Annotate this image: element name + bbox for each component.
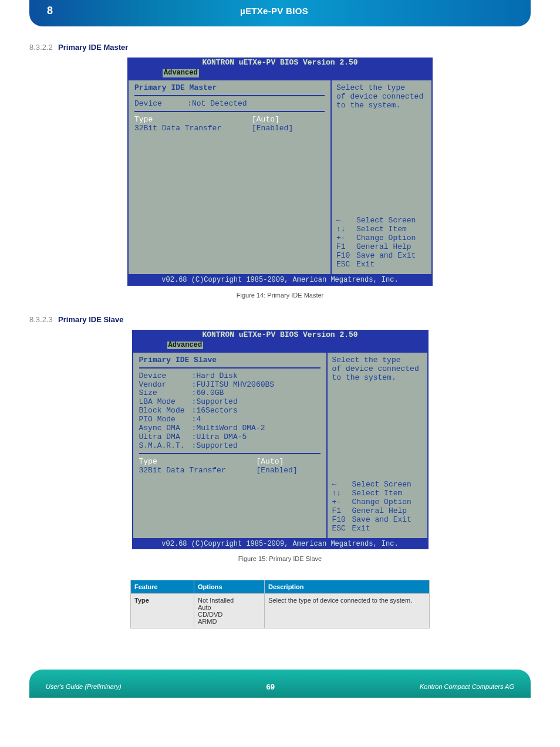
bios-info-val: 60.0GB <box>197 389 321 398</box>
bios-key: ↑↓ <box>336 225 356 234</box>
description-cell: Select the type of device connected to t… <box>265 594 430 628</box>
table-header: Description <box>265 580 430 594</box>
bios-option-label: Type <box>139 458 257 467</box>
bios-key-row: F10Save and Exit <box>332 516 424 525</box>
bios-option-type[interactable]: Type [Auto] <box>134 116 325 124</box>
table-header: Feature <box>131 580 194 594</box>
bios-info-row: Ultra DMA:Ultra DMA-5 <box>139 433 321 442</box>
bios-info-key: PIO Mode <box>139 415 192 424</box>
bios-info-row: Device:Hard Disk <box>139 372 321 381</box>
section-heading-master: 8.3.2.2 Primary IDE Master <box>29 43 531 52</box>
bios-key: ← <box>336 217 356 225</box>
bios-option-32bit[interactable]: 32Bit Data Transfer [Enabled] <box>134 124 325 133</box>
bios-info-val: 16Sectors <box>197 407 321 415</box>
bios-info-key: Size <box>139 389 192 398</box>
bios-info-row: PIO Mode:4 <box>139 415 321 424</box>
bios-info-row: Async DMA:MultiWord DMA-2 <box>139 424 321 433</box>
bios-info-val: 4 <box>197 415 321 424</box>
chapter-number: 8 <box>47 5 53 17</box>
chapter-title: µETXe-PV BIOS <box>53 6 495 16</box>
bios-title: KONTRON uETXe-PV BIOS Version 2.50 <box>127 58 433 69</box>
table-header: Options <box>194 580 265 594</box>
bios-key-legend: ←Select Screen↑↓Select Item+-Change Opti… <box>336 217 428 269</box>
bios-key-desc: Save and Exit <box>352 516 411 525</box>
bios-tab-row: Advanced <box>127 69 433 79</box>
bios-right-pane: Select the type of device connected to t… <box>332 80 431 274</box>
bios-key-row: F1General Help <box>336 243 428 252</box>
bios-info-val: MultiWord DMA-2 <box>197 424 321 433</box>
bios-option-label: 32Bit Data Transfer <box>139 467 257 475</box>
bios-info-list: Device:Hard DiskVendor:FUJITSU MHV2060BS… <box>139 372 321 451</box>
bios-info-val: Supported <box>197 398 321 407</box>
bios-info-row: Size:60.0GB <box>139 389 321 398</box>
bios-info-val: Hard Disk <box>197 372 321 381</box>
bios-key-desc: Exit <box>356 261 375 269</box>
bios-info-row: Device : Not Detected <box>134 100 325 109</box>
section-number: 8.3.2.2 <box>29 43 53 52</box>
bios-option-type[interactable]: Type [Auto] <box>139 458 321 467</box>
bios-key-desc: Change Option <box>352 498 411 507</box>
bios-key: F1 <box>336 243 356 252</box>
chapter-banner: 8 µETXe-PV BIOS <box>29 0 531 26</box>
bios-option-value: [Auto] <box>257 458 321 467</box>
bios-key: ↑↓ <box>332 489 352 498</box>
bios-info-key: Ultra DMA <box>139 433 192 442</box>
bios-info-row: Vendor:FUJITSU MHV2060BS <box>139 381 321 390</box>
table-row: TypeNot InstalledAutoCD/DVDARMDSelect th… <box>131 594 430 628</box>
figure-caption: Figure 15: Primary IDE Slave <box>29 555 531 562</box>
bios-key: F1 <box>332 507 352 516</box>
bios-info-key: Vendor <box>139 381 192 390</box>
bios-copyright: v02.68 (C)Copyright 1985-2009, American … <box>127 275 433 286</box>
feature-table: FeatureOptionsDescription TypeNot Instal… <box>130 580 430 628</box>
bios-key-row: ↑↓Select Item <box>332 489 424 498</box>
bios-tab-advanced[interactable]: Advanced <box>167 342 204 350</box>
bios-key-desc: General Help <box>356 243 411 252</box>
bios-right-pane: Select the type of device connected to t… <box>328 353 427 538</box>
bios-key-row: ←Select Screen <box>336 217 428 225</box>
bios-key: ESC <box>332 525 352 533</box>
bios-key-desc: Exit <box>352 525 370 533</box>
bios-option-label: 32Bit Data Transfer <box>134 124 252 133</box>
bios-key: F10 <box>336 252 356 261</box>
bios-key-row: ESCExit <box>336 261 428 269</box>
section-text: Primary IDE Master <box>58 43 128 52</box>
bios-key: +- <box>332 498 352 507</box>
bios-info-key: Device <box>134 100 187 109</box>
bios-help-text: Select the type of device connected to t… <box>336 84 428 110</box>
bios-option-32bit[interactable]: 32Bit Data Transfer [Enabled] <box>139 467 321 475</box>
bios-info-row: Block Mode:16Sectors <box>139 407 321 415</box>
bios-info-row: S.M.A.R.T.:Supported <box>139 442 321 451</box>
bios-key-desc: Select Screen <box>352 481 411 489</box>
bios-tab-advanced[interactable]: Advanced <box>163 69 199 77</box>
footer-left: User's Guide (Preliminary) <box>46 683 122 690</box>
footer-page: 69 <box>122 682 420 691</box>
bios-option-value: [Auto] <box>252 116 325 124</box>
bios-info-key: Block Mode <box>139 407 192 415</box>
bios-section-title: Primary IDE Master <box>134 84 325 93</box>
bios-left-pane: Primary IDE Slave Device:Hard DiskVendor… <box>133 353 328 538</box>
bios-option-value: [Enabled] <box>257 467 321 475</box>
bios-info-key: Device <box>139 372 192 381</box>
section-number: 8.3.2.3 <box>29 315 53 324</box>
bios-key-row: +-Change Option <box>336 234 428 243</box>
footer-right: Kontron Compact Computers AG <box>420 683 514 690</box>
section-text: Primary IDE Slave <box>58 315 123 324</box>
feature-cell: Type <box>131 594 194 628</box>
bios-screenshot-slave: KONTRON uETXe-PV BIOS Version 2.50 Advan… <box>132 330 429 550</box>
options-cell: Not InstalledAutoCD/DVDARMD <box>194 594 265 628</box>
bios-info-val: Not Detected <box>192 100 325 109</box>
bios-key-row: ←Select Screen <box>332 481 424 489</box>
bios-key-row: F1General Help <box>332 507 424 516</box>
bios-info-val: Supported <box>197 442 321 451</box>
bios-key-desc: Select Item <box>352 489 403 498</box>
page-footer: User's Guide (Preliminary) 69 Kontron Co… <box>29 670 531 698</box>
bios-section-title: Primary IDE Slave <box>139 356 321 365</box>
bios-key-row: +-Change Option <box>332 498 424 507</box>
bios-key: ← <box>332 481 352 489</box>
bios-key-desc: Select Item <box>356 225 407 234</box>
bios-help-text: Select the type of device connected to t… <box>332 356 424 383</box>
figure-caption: Figure 14: Primary IDE Master <box>29 292 531 299</box>
bios-left-pane: Primary IDE Master Device : Not Detected… <box>129 80 332 274</box>
bios-key-legend: ←Select Screen↑↓Select Item+-Change Opti… <box>332 481 424 533</box>
bios-info-val: FUJITSU MHV2060BS <box>197 381 321 390</box>
